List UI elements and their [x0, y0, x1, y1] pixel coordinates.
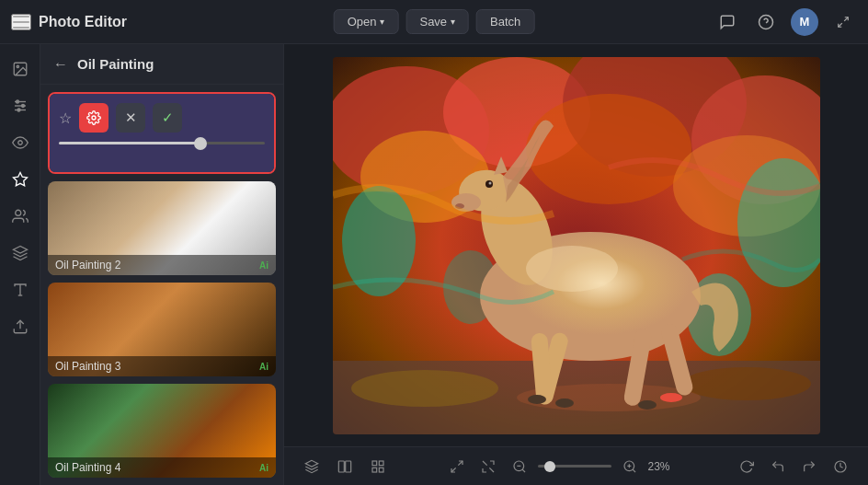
app-header: Photo Editor Open ▾ Save ▾ Batch M: [0, 0, 868, 44]
help-icon: [758, 14, 774, 30]
svg-line-66: [633, 469, 635, 472]
effect-item-oil3[interactable]: Oil Painting 3 Ai: [48, 283, 276, 376]
svg-point-19: [92, 116, 96, 120]
effect-label-oil4: Oil Painting 4: [55, 461, 120, 474]
svg-point-35: [682, 367, 811, 400]
sidebar-effects-icon-button[interactable]: [5, 164, 36, 195]
sidebar-adjust-icon-button[interactable]: [5, 90, 36, 121]
svg-point-41: [488, 181, 491, 184]
zoom-out-button[interactable]: [507, 454, 532, 479]
effect-thumb-label-oil2: Oil Painting 2 Ai: [48, 255, 276, 275]
expand-icon-button[interactable]: [829, 8, 857, 36]
compare-icon: [337, 459, 352, 474]
main-area: ← Oil Painting ☆ ✕ ✓: [0, 44, 868, 485]
svg-point-10: [21, 105, 24, 108]
effect-item-oil4[interactable]: Oil Painting 4 Ai: [48, 384, 276, 478]
effect-item-inner-oil1: ☆ ✕ ✓: [50, 94, 274, 174]
sidebar-people-icon-button[interactable]: [5, 201, 36, 232]
effect-slider-row: [59, 142, 265, 144]
effect-intensity-slider[interactable]: [59, 142, 265, 144]
sliders-icon: [12, 98, 29, 114]
fit-screen-icon: [450, 459, 464, 474]
save-button[interactable]: Save ▾: [405, 9, 469, 34]
undo-icon: [771, 459, 785, 474]
svg-line-3: [839, 23, 842, 27]
svg-point-11: [17, 109, 20, 111]
effect-item-oil1[interactable]: ☆ ✕ ✓: [48, 92, 276, 174]
svg-point-9: [16, 100, 18, 103]
confirm-ctrl-button[interactable]: ✓: [153, 103, 182, 133]
icon-sidebar: [0, 44, 40, 485]
layer-icon-button[interactable]: [299, 454, 325, 479]
svg-marker-13: [13, 173, 27, 186]
effect-controls-row: ☆ ✕ ✓: [59, 103, 265, 133]
canvas-main[interactable]: [284, 44, 868, 446]
header-center-actions: Open ▾ Save ▾ Batch: [334, 9, 535, 34]
grid-icon-button[interactable]: [365, 454, 391, 479]
zoom-out-icon: [512, 459, 527, 474]
svg-line-61: [451, 468, 456, 472]
user-avatar[interactable]: M: [791, 8, 818, 36]
svg-rect-57: [379, 461, 383, 466]
svg-point-48: [555, 398, 574, 408]
svg-rect-56: [372, 461, 377, 466]
sidebar-image-icon-button[interactable]: [5, 53, 36, 85]
svg-line-63: [522, 469, 525, 472]
menu-button[interactable]: [11, 14, 31, 30]
cancel-ctrl-button[interactable]: ✕: [116, 103, 145, 133]
actual-size-icon-button[interactable]: [475, 454, 501, 479]
svg-point-51: [660, 393, 682, 402]
svg-rect-55: [346, 461, 351, 472]
effect-thumb-label-oil4: Oil Painting 4 Ai: [48, 457, 276, 478]
svg-rect-58: [379, 468, 383, 472]
zoom-percentage: 23%: [648, 460, 681, 473]
svg-point-14: [15, 210, 20, 215]
svg-line-2: [844, 17, 848, 20]
redo-icon: [802, 459, 817, 474]
layers-bottom-icon: [304, 459, 319, 474]
zoom-slider[interactable]: [538, 465, 611, 468]
save-chevron-icon: ▾: [451, 17, 455, 27]
star-icon: ☆: [59, 110, 72, 127]
effect-label-oil2: Oil Painting 2: [55, 259, 120, 271]
chat-icon-button[interactable]: [714, 8, 741, 36]
zoom-in-icon: [622, 459, 637, 474]
open-chevron-icon: ▾: [380, 17, 384, 27]
panel-title: Oil Painting: [77, 56, 154, 72]
settings-icon: [86, 110, 101, 125]
zoom-in-button[interactable]: [617, 454, 643, 479]
bottom-center-zoom: 23%: [444, 454, 681, 479]
batch-button[interactable]: Batch: [476, 9, 534, 34]
svg-point-49: [528, 395, 546, 404]
help-icon-button[interactable]: [752, 8, 780, 36]
open-button[interactable]: Open ▾: [334, 9, 399, 34]
effects-panel: ← Oil Painting ☆ ✕ ✓: [40, 44, 284, 485]
history-icon: [833, 459, 848, 474]
effects-icon: [12, 171, 29, 188]
ai-badge-oil4: Ai: [259, 463, 268, 473]
expand-icon: [837, 16, 850, 29]
back-button[interactable]: ←: [51, 54, 70, 75]
panel-header: ← Oil Painting: [40, 44, 283, 85]
svg-rect-59: [372, 468, 377, 472]
history-icon-button[interactable]: [828, 454, 853, 479]
settings-ctrl-button[interactable]: [79, 103, 108, 133]
canvas-image: [333, 57, 820, 434]
refresh-icon-button[interactable]: [734, 454, 760, 479]
effect-item-oil2[interactable]: Oil Painting 2 Ai: [48, 181, 276, 275]
compare-icon-button[interactable]: [332, 454, 358, 479]
bottom-bar: 23%: [284, 446, 868, 485]
image-icon: [12, 61, 29, 77]
sidebar-layers-icon-button[interactable]: [5, 237, 36, 269]
actual-size-icon: [481, 459, 496, 474]
sidebar-export-icon-button[interactable]: [5, 311, 36, 342]
text-icon: [12, 282, 29, 298]
refresh-icon: [739, 459, 754, 474]
svg-point-5: [17, 65, 18, 67]
fit-screen-icon-button[interactable]: [444, 454, 470, 479]
sidebar-eye-icon-button[interactable]: [5, 127, 36, 158]
sidebar-text-icon-button[interactable]: [5, 274, 36, 306]
redo-icon-button[interactable]: [796, 454, 822, 479]
svg-point-50: [638, 400, 657, 410]
undo-icon-button[interactable]: [765, 454, 791, 479]
